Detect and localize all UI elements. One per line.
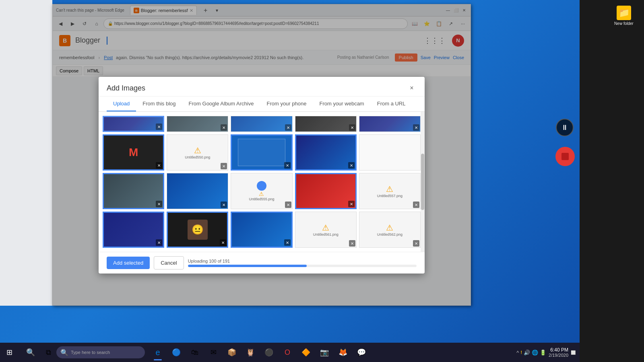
- taskbar-edge-icon[interactable]: e: [149, 343, 167, 361]
- image-cell-553[interactable]: ✕: [103, 173, 164, 209]
- remove-image-552[interactable]: ✕: [348, 162, 355, 169]
- image-cell-557[interactable]: ⚠ Untitled557.png ✕: [359, 173, 421, 209]
- record-icon: [561, 153, 569, 160]
- tab-upload[interactable]: Upload: [107, 97, 136, 111]
- remove-image-561[interactable]: ✕: [349, 240, 355, 247]
- remove-image-551[interactable]: ✕: [284, 162, 291, 169]
- taskbar-cortana-icon[interactable]: 🔵: [167, 343, 185, 361]
- image-cell-560[interactable]: ✕: [231, 212, 292, 248]
- add-images-modal: Add Images × Upload From this blog From …: [99, 77, 425, 274]
- remove-image-555[interactable]: ✕: [285, 202, 291, 208]
- chevron-up-icon[interactable]: ^: [516, 350, 519, 356]
- warning-icon-557: ⚠: [386, 184, 393, 194]
- remove-image-559[interactable]: ✕: [220, 239, 226, 246]
- remove-image-558[interactable]: ✕: [156, 239, 162, 246]
- remove-image-556[interactable]: ✕: [348, 201, 355, 207]
- remove-image-button[interactable]: ✕: [349, 124, 355, 131]
- modal-scrollbar[interactable]: [421, 112, 425, 252]
- date-display: 2/19/2020: [549, 353, 568, 358]
- image-cell-550[interactable]: ⚠ Untitled550.png ✕: [167, 134, 228, 171]
- taskbar-apps: e 🔵 🛍 ✉ 📦 🦉 ⚫ O: [149, 343, 370, 361]
- record-button[interactable]: [555, 147, 575, 166]
- cancel-button[interactable]: Cancel: [154, 256, 184, 269]
- opera-icon: O: [285, 348, 290, 357]
- image-cell-561[interactable]: ⚠ Untitled561.png ✕: [295, 212, 357, 248]
- remove-image-549[interactable]: ✕: [156, 162, 162, 169]
- thumbnail-556: [296, 174, 355, 208]
- tab-from-phone[interactable]: From your phone: [260, 97, 313, 111]
- remove-image-button[interactable]: ✕: [156, 123, 162, 130]
- image-cell-562[interactable]: ⚠ Untitled562.png ✕: [359, 212, 421, 248]
- progress-bar: [188, 265, 417, 267]
- remove-image-button[interactable]: ✕: [413, 124, 419, 131]
- pause-icon: ⏸: [561, 123, 568, 132]
- modal-close-button[interactable]: ×: [407, 83, 417, 93]
- taskbar-mail-icon[interactable]: ✉: [204, 343, 222, 361]
- modal-body: ✕ ✕ ✕ ✕: [99, 112, 425, 252]
- warning-icon-561: ⚠: [322, 223, 329, 232]
- image-cell[interactable]: ✕: [295, 116, 357, 132]
- taskbar-unknown-icon[interactable]: ⚫: [260, 343, 278, 361]
- image-cell-559[interactable]: 😐 ✕: [167, 212, 228, 248]
- volume-icon[interactable]: 🔊: [524, 350, 530, 356]
- time-display: 6:40 PM: [549, 347, 568, 353]
- modal-title: Add Images: [107, 84, 407, 93]
- tab-from-webcam[interactable]: From your webcam: [313, 97, 370, 111]
- tab-from-blog[interactable]: From this blog: [136, 97, 182, 111]
- image-cell-554[interactable]: ✕: [167, 173, 228, 209]
- taskbar-search-box[interactable]: 🔍 Type here to search: [56, 346, 145, 358]
- scrollbar-thumb[interactable]: [421, 154, 424, 210]
- image-cell[interactable]: ✕: [103, 116, 164, 132]
- thumbnail-558: [104, 213, 163, 247]
- remove-image-554[interactable]: ✕: [221, 202, 227, 208]
- remove-image-553[interactable]: ✕: [156, 201, 162, 207]
- image-cell-empty[interactable]: [359, 134, 421, 171]
- image-cell-558[interactable]: ✕: [103, 212, 164, 248]
- taskbar-store-icon[interactable]: 🛍: [186, 343, 204, 361]
- image-cell-551[interactable]: ✕: [231, 134, 292, 171]
- image-cell[interactable]: ✕: [359, 116, 421, 132]
- thumbnail-560: [232, 213, 291, 247]
- taskbar-tripadvisor-icon[interactable]: 🦉: [242, 343, 259, 361]
- remove-image-550[interactable]: ✕: [221, 163, 227, 169]
- taskbar-clock[interactable]: 6:40 PM 2/19/2020: [549, 347, 568, 358]
- image-cell-556[interactable]: ✕: [295, 173, 357, 209]
- image-cell-549[interactable]: M ✕: [103, 134, 164, 171]
- remove-image-button[interactable]: ✕: [221, 124, 227, 131]
- remove-image-562[interactable]: ✕: [413, 240, 419, 247]
- background-browser: [0, 0, 52, 306]
- thumbnail-561: ⚠ Untitled561.png: [295, 212, 356, 247]
- firefox-taskbar-icon: 🦊: [339, 348, 347, 357]
- desktop: 📁 New folder AVG AVG S Skype 📁 Desktop S…: [0, 0, 644, 362]
- network-icon[interactable]: 🌐: [532, 350, 538, 356]
- remove-image-button[interactable]: ✕: [285, 124, 291, 131]
- taskbar-opera-icon[interactable]: O: [279, 343, 296, 361]
- tripadvisor-icon: 🦉: [246, 348, 255, 357]
- pause-button[interactable]: ⏸: [556, 119, 574, 136]
- image-cell-552[interactable]: ✕: [295, 134, 357, 171]
- thumbnail-553: [104, 174, 163, 208]
- taskbar-discord-icon[interactable]: 💬: [353, 343, 370, 361]
- taskbar-firefox-icon[interactable]: 🦊: [334, 343, 352, 361]
- add-selected-button[interactable]: Add selected: [107, 257, 150, 269]
- image-cell-555[interactable]: ⚠ Untitled555.png ✕: [231, 173, 292, 209]
- taskbar-right: ^ ! 🔊 🌐 🔋 6:40 PM 2/19/2020 ⬜: [516, 347, 580, 358]
- taskbar-amazon-icon[interactable]: 📦: [223, 343, 241, 361]
- image-cell[interactable]: ✕: [231, 116, 292, 132]
- tab-google-album[interactable]: From Google Album Archive: [182, 97, 260, 111]
- remove-image-557[interactable]: ✕: [413, 202, 419, 208]
- tab-from-url[interactable]: From a URL: [371, 97, 412, 111]
- unknown-icon: ⚫: [264, 348, 273, 357]
- battery-icon[interactable]: 🔋: [540, 350, 546, 356]
- start-button[interactable]: ⊞: [0, 343, 19, 362]
- thumbnail-555: ⚠ Untitled555.png: [231, 173, 292, 209]
- thumbnail: [231, 116, 292, 132]
- image-cell[interactable]: ✕: [167, 116, 228, 132]
- taskbar-camera-icon[interactable]: 📷: [316, 343, 333, 361]
- desktop-icon-new-folder-right[interactable]: 📁 New folder: [608, 4, 640, 27]
- desktop-show-button[interactable]: ⬜: [571, 350, 576, 355]
- taskbar-vlc-icon[interactable]: 🔶: [297, 343, 315, 361]
- taskbar-taskview-icon[interactable]: ⧉: [40, 343, 56, 362]
- modal-overlay: Add Images × Upload From this blog From …: [53, 4, 471, 305]
- remove-image-560[interactable]: ✕: [284, 239, 291, 246]
